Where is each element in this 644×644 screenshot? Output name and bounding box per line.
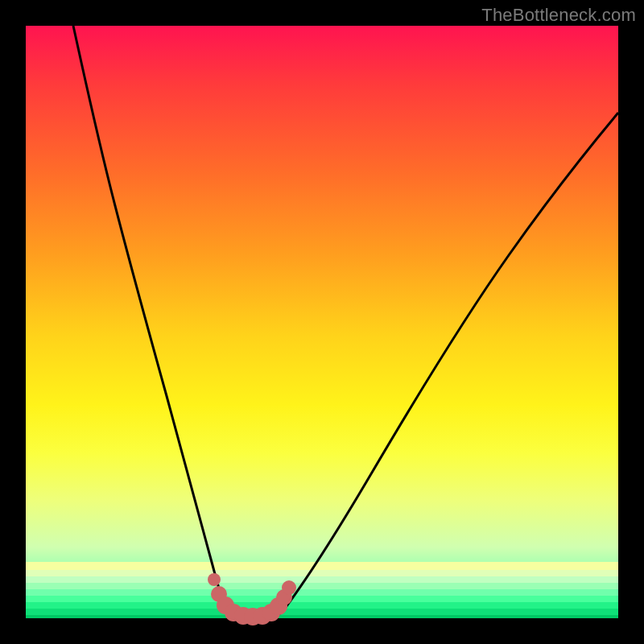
curves-svg [26, 26, 618, 618]
chart-frame: TheBottleneck.com [0, 0, 644, 644]
watermark-text: TheBottleneck.com [481, 5, 636, 26]
curve-left [73, 26, 227, 613]
plot-area [26, 26, 618, 618]
curve-right [282, 113, 618, 613]
marker-group [208, 573, 296, 625]
marker-dot [282, 580, 296, 595]
marker-dot [208, 573, 221, 586]
